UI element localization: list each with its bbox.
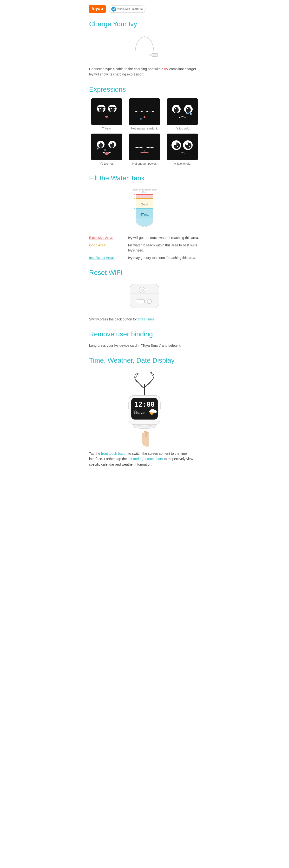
time-weather-section: Time, Weather, Date Display 12:00: [89, 355, 200, 467]
expression-face-thirsty: [91, 98, 122, 125]
svg-point-10: [105, 116, 108, 118]
insufficient-desc: Ivy may get dry too soon if reaching thi…: [128, 255, 200, 260]
svg-point-21: [174, 107, 179, 113]
header: tuya works with Smart Life: [89, 5, 200, 13]
time-weather-title: Time, Weather, Date Display: [89, 355, 200, 366]
svg-rect-69: [130, 284, 159, 308]
tuya-logo: tuya: [89, 5, 106, 13]
expression-power: Not enough power.: [127, 133, 162, 166]
svg-rect-83: [128, 402, 129, 409]
remove-binding-section: Remove user binding. Long press your Ivy…: [89, 329, 200, 348]
expression-hot: It's too hot.: [89, 133, 124, 166]
charge-title: Charge Your Ivy: [89, 19, 200, 29]
svg-rect-53: [136, 194, 153, 199]
expression-label-lonely: A little lonely.: [174, 161, 191, 166]
expression-label-hot: It's too hot.: [100, 161, 114, 166]
area-good: Good Area: Fill water to reach within th…: [89, 243, 200, 253]
area-insufficient: Insufficient Area: Ivy may get dry too s…: [89, 255, 200, 260]
svg-text:40mL: 40mL: [142, 191, 147, 193]
svg-point-35: [104, 149, 106, 151]
svg-text:Please add water to about: Please add water to about: [132, 189, 157, 191]
expressions-title: Expressions: [89, 84, 200, 94]
svg-rect-16: [145, 107, 155, 111]
time-display-diagram: 12:00 TUE 20th-Sept.: [89, 369, 200, 446]
area-excessive: Excessive Area: Ivy will get too much wa…: [89, 235, 200, 240]
svg-point-51: [177, 146, 178, 147]
expression-label-cold: It's too cold.: [175, 126, 190, 131]
svg-point-24: [187, 108, 188, 109]
smart-life-badge: works with Smart Life: [109, 5, 145, 13]
reset-description: Swiftly press the back button for three …: [89, 317, 200, 322]
expression-cold: It's too cold.: [165, 98, 200, 131]
svg-point-25: [190, 112, 192, 115]
water-tank-section: Fill the Water Tank Good 57mL: [89, 173, 200, 260]
smart-life-text: works with Smart Life: [117, 7, 143, 11]
svg-rect-2: [152, 54, 158, 56]
svg-point-72: [141, 289, 144, 291]
svg-text:20th-Sept.: 20th-Sept.: [134, 412, 145, 414]
svg-point-33: [111, 143, 112, 144]
svg-point-44: [144, 150, 145, 151]
svg-rect-84: [160, 402, 161, 409]
reset-illustration: [120, 282, 169, 313]
svg-point-50: [186, 143, 188, 145]
svg-rect-73: [136, 300, 145, 303]
expression-face-cold: [167, 98, 198, 125]
remove-binding-title: Remove user binding.: [89, 329, 200, 339]
expressions-section: Expressions: [89, 84, 200, 166]
reset-wifi-title: Reset WiFi: [89, 268, 200, 278]
expression-label-thirsty: Thirsty.: [102, 126, 111, 131]
expression-lonely: A little lonely.: [165, 133, 200, 166]
charge-description: Connect a type-c cable to the charging p…: [89, 66, 200, 77]
charge-illustration: [120, 33, 169, 62]
water-tank-title: Fill the Water Tank: [89, 173, 200, 183]
excessive-label: Excessive Area:: [89, 235, 125, 240]
smart-life-icon: [111, 7, 116, 11]
touch-bars-highlight: left and right touch bars: [128, 457, 163, 461]
water-areas: Excessive Area: Ivy will get too much wa…: [89, 235, 200, 260]
svg-text:12:00: 12:00: [134, 401, 155, 408]
good-label: Good Area:: [89, 243, 125, 248]
svg-rect-41: [134, 144, 144, 147]
expression-face-power: [129, 133, 160, 160]
svg-rect-42: [145, 144, 155, 147]
expression-face-hot: [91, 133, 122, 160]
expression-face-sunlight: [129, 98, 160, 125]
svg-rect-15: [134, 107, 144, 111]
svg-point-23: [175, 108, 176, 109]
expression-label-sunlight: Not enough sunlight.: [131, 126, 158, 131]
tuya-brand-text: tuya: [92, 6, 101, 12]
good-desc: Fill water to reach within this area to …: [128, 243, 200, 253]
front-touch-highlight: front touch button: [101, 452, 128, 456]
expression-face-lonely: [167, 133, 198, 160]
excessive-desc: Ivy will get too much water if reaching …: [128, 235, 200, 240]
svg-point-32: [99, 143, 100, 144]
svg-point-49: [174, 143, 177, 145]
water-tank-diagram: Good 57mL Please add water to about 40mL: [89, 187, 200, 230]
expressions-grid: Thirsty.: [89, 98, 200, 166]
expression-label-power: Not enough power.: [133, 161, 157, 166]
insufficient-label: Insufficient Area:: [89, 255, 125, 260]
tank-illustration: Good 57mL Please add water to about 40mL: [113, 187, 176, 230]
svg-point-36: [105, 152, 109, 155]
charge-diagram: [89, 33, 200, 62]
svg-point-18: [140, 118, 142, 120]
time-display-illustration: 12:00 TUE 20th-Sept.: [116, 369, 173, 446]
svg-point-52: [189, 146, 190, 147]
reset-diagram: [89, 282, 200, 313]
svg-text:57mL: 57mL: [140, 213, 149, 216]
time-weather-description: Tap the front touch button to switch the…: [89, 451, 200, 467]
svg-marker-17: [143, 116, 146, 118]
tuya-dot: [101, 8, 103, 10]
svg-point-34: [97, 148, 99, 150]
charge-section: Charge Your Ivy Connect a type-c cable t…: [89, 19, 200, 77]
reset-wifi-section: Reset WiFi Swiftly press the back button…: [89, 268, 200, 322]
svg-point-22: [186, 107, 191, 113]
expression-sunlight: Not enough sunlight.: [127, 98, 162, 131]
expression-thirsty: Thirsty.: [89, 98, 124, 131]
svg-point-74: [147, 299, 151, 304]
remove-binding-description: Long press your Ivy device card in "Tuya…: [89, 343, 200, 348]
svg-text:Good: Good: [141, 203, 148, 206]
